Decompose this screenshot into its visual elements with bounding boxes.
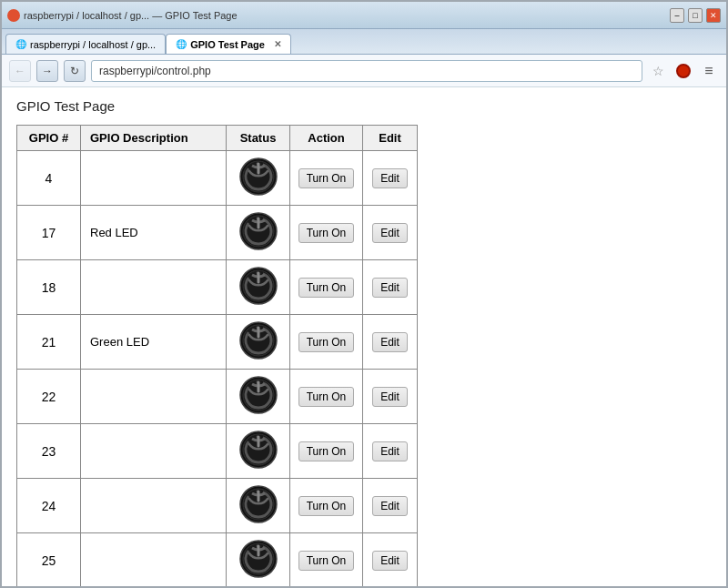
table-row: 17Red LED Turn OnEdit xyxy=(17,206,418,260)
edit-button[interactable]: Edit xyxy=(372,441,408,461)
turn-on-button[interactable]: Turn On xyxy=(298,441,355,461)
table-header-row: GPIO # GPIO Description Status Action Ed… xyxy=(17,126,418,151)
gpio-action-cell: Turn On xyxy=(290,533,363,587)
power-button-icon[interactable] xyxy=(238,430,278,470)
title-bar-text: raspberrypi / localhost / gp... — GPIO T… xyxy=(24,10,238,21)
tab1-label: raspberrypi / localhost / gp... xyxy=(30,39,156,50)
edit-button[interactable]: Edit xyxy=(372,496,408,516)
gpio-action-cell: Turn On xyxy=(290,206,363,260)
gpio-action-cell: Turn On xyxy=(290,424,363,479)
tab-raspberrypi[interactable]: 🌐 raspberrypi / localhost / gp... xyxy=(5,34,166,54)
gpio-number-cell: 21 xyxy=(17,315,81,370)
gpio-action-cell: Turn On xyxy=(290,315,363,370)
gpio-edit-cell: Edit xyxy=(363,424,418,479)
title-bar-left: raspberrypi / localhost / gp... — GPIO T… xyxy=(7,9,238,22)
tab1-icon: 🌐 xyxy=(15,39,26,49)
gpio-status-cell[interactable] xyxy=(227,479,290,533)
gpio-number-cell: 25 xyxy=(17,533,81,587)
page-content: GPIO Test Page GPIO # GPIO Description S… xyxy=(2,87,726,586)
edit-button[interactable]: Edit xyxy=(372,332,408,352)
tab2-icon: 🌐 xyxy=(176,39,187,49)
header-gpio: GPIO # xyxy=(17,126,81,151)
table-row: 21Green LED Turn OnEdit xyxy=(17,315,418,370)
gpio-action-cell: Turn On xyxy=(290,151,363,206)
window-controls: – □ ✕ xyxy=(670,8,721,23)
gpio-action-cell: Turn On xyxy=(290,479,363,533)
gpio-number-cell: 4 xyxy=(17,151,81,206)
table-row: 23 Turn OnEdit xyxy=(17,424,418,479)
refresh-button[interactable]: ↻ xyxy=(64,60,86,82)
nav-bar: ← → ↻ ☆ ≡ xyxy=(2,55,726,87)
power-button-icon[interactable] xyxy=(238,211,278,251)
tab2-label: GPIO Test Page xyxy=(190,39,265,50)
edit-button[interactable]: Edit xyxy=(372,168,408,188)
stop-icon[interactable] xyxy=(673,61,693,81)
turn-on-button[interactable]: Turn On xyxy=(298,168,355,188)
power-button-icon[interactable] xyxy=(238,375,278,415)
gpio-status-cell[interactable] xyxy=(227,370,290,424)
turn-on-button[interactable]: Turn On xyxy=(298,223,355,243)
gpio-edit-cell: Edit xyxy=(363,151,418,206)
edit-button[interactable]: Edit xyxy=(372,387,408,407)
edit-button[interactable]: Edit xyxy=(372,278,408,298)
gpio-edit-cell: Edit xyxy=(363,260,418,315)
menu-icon[interactable]: ≡ xyxy=(699,61,719,81)
power-button-icon[interactable] xyxy=(238,484,278,524)
gpio-status-cell[interactable] xyxy=(227,315,290,370)
address-bar[interactable] xyxy=(91,60,642,82)
edit-button[interactable]: Edit xyxy=(372,551,408,571)
gpio-edit-cell: Edit xyxy=(363,206,418,260)
tab2-close-icon[interactable]: ✕ xyxy=(274,39,281,49)
title-bar: raspberrypi / localhost / gp... — GPIO T… xyxy=(2,2,726,29)
turn-on-button[interactable]: Turn On xyxy=(298,551,355,571)
page-title: GPIO Test Page xyxy=(16,98,712,114)
power-button-icon[interactable] xyxy=(238,266,278,306)
header-action: Action xyxy=(290,126,363,151)
forward-button[interactable]: → xyxy=(36,60,58,82)
gpio-status-cell[interactable] xyxy=(227,206,290,260)
tab-gpio[interactable]: 🌐 GPIO Test Page ✕ xyxy=(166,34,291,54)
favicon-icon xyxy=(7,9,20,22)
edit-button[interactable]: Edit xyxy=(372,223,408,243)
gpio-action-cell: Turn On xyxy=(290,370,363,424)
gpio-description-cell xyxy=(81,424,227,479)
gpio-edit-cell: Edit xyxy=(363,479,418,533)
bookmark-icon[interactable]: ☆ xyxy=(648,61,668,81)
power-button-icon[interactable] xyxy=(238,539,278,579)
gpio-description-cell: Green LED xyxy=(81,315,227,370)
turn-on-button[interactable]: Turn On xyxy=(298,278,355,298)
browser-window: raspberrypi / localhost / gp... — GPIO T… xyxy=(0,0,728,588)
turn-on-button[interactable]: Turn On xyxy=(298,496,355,516)
gpio-edit-cell: Edit xyxy=(363,370,418,424)
power-button-icon[interactable] xyxy=(238,157,278,197)
gpio-status-cell[interactable] xyxy=(227,424,290,479)
maximize-button[interactable]: □ xyxy=(688,8,703,23)
gpio-description-cell xyxy=(81,533,227,587)
gpio-edit-cell: Edit xyxy=(363,533,418,587)
back-icon: ← xyxy=(15,65,25,77)
close-button[interactable]: ✕ xyxy=(706,8,721,23)
header-description: GPIO Description xyxy=(81,126,227,151)
gpio-status-cell[interactable] xyxy=(227,533,290,587)
minimize-button[interactable]: – xyxy=(670,8,684,23)
table-row: 25 Turn OnEdit xyxy=(17,533,418,587)
gpio-number-cell: 17 xyxy=(17,206,81,260)
stop-circle xyxy=(676,64,691,78)
gpio-description-cell: Red LED xyxy=(81,206,227,260)
table-row: 22 Turn OnEdit xyxy=(17,370,418,424)
header-edit: Edit xyxy=(363,126,418,151)
gpio-status-cell[interactable] xyxy=(227,151,290,206)
back-button[interactable]: ← xyxy=(9,60,31,82)
gpio-description-cell xyxy=(81,479,227,533)
gpio-description-cell xyxy=(81,370,227,424)
gpio-number-cell: 22 xyxy=(17,370,81,424)
gpio-number-cell: 18 xyxy=(17,260,81,315)
gpio-status-cell[interactable] xyxy=(227,260,290,315)
turn-on-button[interactable]: Turn On xyxy=(298,332,355,352)
turn-on-button[interactable]: Turn On xyxy=(298,387,355,407)
gpio-number-cell: 24 xyxy=(17,479,81,533)
table-row: 4 Turn OnEdit xyxy=(17,151,418,206)
power-button-icon[interactable] xyxy=(238,320,278,360)
table-row: 24 Turn OnEdit xyxy=(17,479,418,533)
table-row: 18 Turn OnEdit xyxy=(17,260,418,315)
